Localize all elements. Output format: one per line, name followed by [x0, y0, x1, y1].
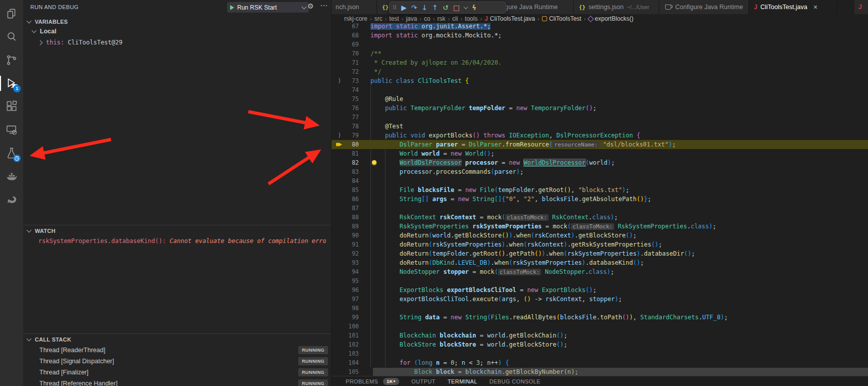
- code-text[interactable]: import static org.junit.Assert.*;: [370, 23, 491, 31]
- line-number[interactable]: 75: [342, 94, 359, 104]
- line-number[interactable]: 67: [342, 23, 359, 31]
- line-number[interactable]: 103: [342, 349, 359, 358]
- line-number[interactable]: 101: [342, 331, 359, 340]
- breadcrumb-item[interactable]: rsk: [437, 15, 445, 22]
- tab-output[interactable]: OUTPUT: [411, 378, 436, 384]
- variables-scope-local[interactable]: Local: [32, 28, 57, 35]
- code-line-93[interactable]: 93 doReturn(DbKind.LEVEL_DB).when(rskSys…: [332, 258, 868, 267]
- code-line-79[interactable]: 79) public void exportBlocks() throws IO…: [332, 131, 868, 140]
- code-line-100[interactable]: 100: [332, 322, 868, 331]
- breadcrumb-item[interactable]: tools: [465, 15, 477, 22]
- code-text[interactable]: public void exportBlocks() throws IOExce…: [370, 131, 640, 140]
- code-text[interactable]: BlockStore blockStore = world.getBlockSt…: [370, 340, 567, 349]
- code-text[interactable]: doReturn(tempFolder.getRoot().getPath())…: [370, 249, 695, 258]
- line-number[interactable]: 95: [342, 276, 359, 285]
- code-line-95[interactable]: 95: [332, 276, 868, 285]
- breadcrumb-item[interactable]: test: [389, 15, 399, 22]
- line-number[interactable]: 83: [342, 167, 359, 176]
- editor-tab-CliToolsTest.java[interactable]: JCliToolsTest.java×: [749, 0, 837, 14]
- line-number[interactable]: 71: [342, 58, 359, 67]
- watch-section-header[interactable]: WATCH: [23, 225, 331, 236]
- search-icon[interactable]: [4, 29, 19, 44]
- code-line-67[interactable]: 67import static org.junit.Assert.*;: [332, 23, 868, 31]
- breadcrumb-method[interactable]: exportBlocks(): [588, 15, 634, 22]
- code-line-90[interactable]: 90 doReturn(world.getBlockStore()).when(…: [332, 231, 868, 240]
- continue-icon[interactable]: ▶: [401, 4, 407, 11]
- variable-row-this[interactable]: this: CliToolsTest@29: [38, 39, 123, 46]
- code-text[interactable]: public class CliToolsTest {: [370, 76, 469, 85]
- code-line-92[interactable]: 92 doReturn(tempFolder.getRoot().getPath…: [332, 249, 868, 258]
- code-text[interactable]: @Rule: [370, 94, 403, 104]
- code-line-103[interactable]: 103: [332, 349, 868, 358]
- tab-problems[interactable]: PROBLEMS: [346, 378, 378, 384]
- line-number[interactable]: 82: [342, 158, 359, 167]
- breadcrumb-item[interactable]: rskj-core: [344, 15, 367, 22]
- more-actions-icon[interactable]: ⋯: [320, 1, 328, 10]
- code-line-75[interactable]: 75 @Rule: [332, 94, 868, 104]
- code-text[interactable]: DslParser parser = DslParser.fromResourc…: [370, 140, 676, 150]
- code-line-87[interactable]: 87: [332, 204, 868, 213]
- code-text[interactable]: processor.processCommands(parser);: [370, 167, 524, 176]
- line-number[interactable]: 100: [342, 322, 359, 331]
- restart-icon[interactable]: ↺: [443, 4, 449, 11]
- code-text[interactable]: /**: [370, 49, 382, 58]
- code-text[interactable]: String data = new String(Files.readAllBy…: [370, 313, 728, 322]
- step-out-icon[interactable]: ↑: [432, 4, 438, 11]
- step-over-icon[interactable]: ↷: [411, 4, 417, 11]
- line-number[interactable]: 91: [342, 240, 359, 249]
- line-number[interactable]: 69: [342, 40, 359, 49]
- line-number[interactable]: 86: [342, 195, 359, 204]
- code-text[interactable]: ExportBlocks exportBlocksCliTool = new E…: [370, 285, 596, 295]
- call-stack-thread[interactable]: Thread [Reference Handler]RUNNING: [39, 380, 331, 386]
- editor-tab-Configure Java Runtime[interactable]: Configure Java Runtime: [659, 0, 749, 14]
- code-line-77[interactable]: 77: [332, 113, 868, 122]
- editor-tab-settings.json[interactable]: {}settings.json~/.../User: [574, 0, 659, 14]
- line-number[interactable]: 72: [342, 67, 359, 76]
- code-text[interactable]: exportBlocksCliTool.execute(args, () -> …: [370, 295, 622, 304]
- code-line-105[interactable]: 105 Block block = blockchain.getBlockByN…: [332, 367, 868, 376]
- code-line-96[interactable]: 96 ExportBlocks exportBlocksCliTool = ne…: [332, 285, 868, 295]
- line-number[interactable]: 96: [342, 285, 359, 295]
- code-text[interactable]: @Test: [370, 122, 403, 131]
- call-stack-thread[interactable]: Thread [Finalizer]RUNNING: [39, 369, 331, 376]
- code-line-101[interactable]: 101 Blockchain blockchain = world.getBlo…: [332, 331, 868, 340]
- code-line-76[interactable]: 76 public TemporaryFolder tempFolder = n…: [332, 104, 868, 113]
- line-number[interactable]: 74: [342, 85, 359, 94]
- start-debug-icon[interactable]: [230, 5, 234, 10]
- code-text[interactable]: NodeStopper stopper = mock(classToMock: …: [370, 267, 614, 277]
- code-line-71[interactable]: 71 * Created by ajlopez on 26/04/2020.: [332, 58, 868, 67]
- code-text[interactable]: * Created by ajlopez on 26/04/2020.: [370, 58, 502, 67]
- launch-config-chevron-icon[interactable]: [302, 4, 307, 9]
- code-line-81[interactable]: 81 World world = new World();: [332, 149, 868, 158]
- code-text[interactable]: doReturn(rskSystemProperties).when(rskCo…: [370, 240, 662, 249]
- line-number[interactable]: 98: [342, 304, 359, 313]
- docker-icon[interactable]: [4, 169, 19, 184]
- line-number[interactable]: 84: [342, 176, 359, 185]
- code-text[interactable]: import static org.mockito.Mockito.*;: [370, 31, 502, 40]
- horizontal-scrollbar[interactable]: [373, 368, 868, 376]
- code-text[interactable]: doReturn(world.getBlockStore()).when(rsk…: [370, 231, 637, 240]
- code-line-74[interactable]: 74: [332, 85, 868, 94]
- call-stack-section-header[interactable]: CALL STACK: [23, 333, 331, 345]
- line-number[interactable]: 81: [342, 149, 359, 158]
- code-text[interactable]: public TemporaryFolder tempFolder = new …: [370, 104, 596, 113]
- code-line-94[interactable]: 94 NodeStopper stopper = mock(classToMoc…: [332, 267, 868, 276]
- extensions-icon[interactable]: [4, 99, 19, 114]
- code-line-72[interactable]: 72 */: [332, 67, 868, 76]
- run-and-debug-icon[interactable]: 1: [4, 76, 19, 91]
- code-line-84[interactable]: 84: [332, 176, 868, 185]
- breadcrumb-item[interactable]: java: [406, 15, 417, 22]
- line-number[interactable]: 77: [342, 113, 359, 122]
- code-line-89[interactable]: 89 RskSystemProperties rskSystemProperti…: [332, 222, 868, 231]
- breadcrumb-class[interactable]: CliToolsTest: [542, 15, 581, 22]
- tab-debug-console[interactable]: DEBUG CONSOLE: [490, 378, 540, 384]
- remote-explorer-icon[interactable]: [4, 122, 19, 137]
- code-line-91[interactable]: 91 doReturn(rskSystemProperties).when(rs…: [332, 240, 868, 249]
- code-line-97[interactable]: 97 exportBlocksCliTool.execute(args, () …: [332, 295, 868, 304]
- tab-terminal[interactable]: TERMINAL: [448, 378, 477, 384]
- line-number[interactable]: 94: [342, 267, 359, 276]
- code-text[interactable]: File blocksFile = new File(tempFolder.ge…: [370, 185, 629, 195]
- step-into-icon[interactable]: ↓: [422, 4, 428, 11]
- editor-tab-icon-only-6[interactable]: J: [854, 0, 868, 14]
- variables-section-header[interactable]: VARIABLES: [23, 16, 331, 27]
